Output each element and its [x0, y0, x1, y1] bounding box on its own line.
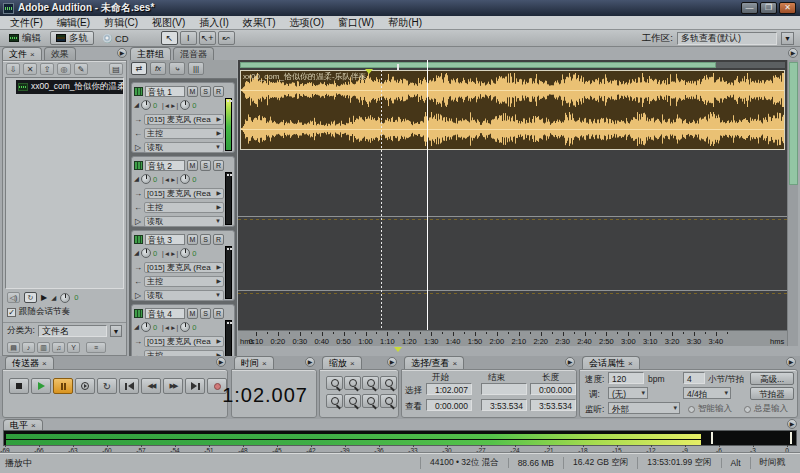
volume-knob[interactable] [141, 248, 151, 258]
selection-panel-menu-button[interactable]: ▶ [565, 357, 575, 367]
view-end-field[interactable]: 3:53.534 [481, 399, 527, 411]
zoom-to-selection[interactable] [380, 376, 397, 390]
zoom-out-horizontal[interactable] [344, 376, 361, 390]
tab-mixer[interactable]: 混音器 [173, 47, 214, 60]
zoom-full[interactable] [362, 376, 379, 390]
playback-cursor[interactable] [427, 60, 428, 330]
levels-panel-menu-button[interactable]: ▶ [787, 419, 797, 429]
solo-button[interactable]: S [200, 160, 211, 171]
vertical-scroll-track[interactable] [787, 60, 798, 346]
full-paths-toggle[interactable]: ≡ [86, 342, 106, 353]
minimize-button[interactable]: — [741, 2, 758, 14]
menu-item-2[interactable]: 剪辑(C) [98, 16, 144, 30]
maximize-button[interactable]: ❐ [760, 2, 777, 14]
eq-icon[interactable]: ||| [188, 62, 204, 75]
ruler-position-marker-icon[interactable] [394, 347, 402, 352]
record-arm-button[interactable]: R [213, 234, 224, 245]
filter-files-toggle[interactable]: Y [67, 342, 80, 353]
transport-panel-menu-button[interactable]: ▶ [216, 357, 226, 367]
mute-button[interactable]: M [187, 160, 198, 171]
track-arm-grid-icon[interactable] [134, 309, 143, 318]
cd-view-button[interactable]: CD [97, 31, 135, 45]
follow-tempo-checkbox[interactable]: ✓ [7, 308, 16, 317]
menu-item-5[interactable]: 效果(T) [237, 16, 282, 30]
selection-length-field[interactable]: 0:00.000 [530, 383, 576, 395]
zoom-out-vertical[interactable] [344, 394, 361, 408]
time-selection-tool[interactable]: I [180, 31, 197, 45]
go-to-start-button[interactable] [119, 378, 139, 394]
menu-item-4[interactable]: 插入(I) [193, 16, 234, 30]
menu-item-7[interactable]: 窗口(W) [332, 16, 380, 30]
pan-knob[interactable] [180, 100, 190, 110]
files-panel-menu-button[interactable]: ▶ [117, 48, 127, 58]
zoom-selection-right[interactable] [380, 394, 397, 408]
volume-knob[interactable] [141, 100, 151, 110]
tab-levels[interactable]: 电平× [3, 419, 43, 430]
output-select[interactable]: 主控▶ [144, 128, 224, 139]
sort-dropdown-arrow-icon[interactable]: ▼ [110, 325, 122, 337]
close-file-icon[interactable]: ✕ [23, 63, 37, 75]
hybrid-pointer-tool[interactable]: ↖ [161, 31, 178, 45]
monitor-select[interactable]: 外部 [608, 402, 680, 414]
sort-by-select[interactable]: 文件名 [38, 325, 107, 337]
file-list[interactable]: xx00_com_恰似你的温柔-乐队 [5, 77, 124, 289]
play-to-end-button[interactable] [75, 378, 95, 394]
sends-icon[interactable]: ⤷ [169, 62, 185, 75]
time-signature-select[interactable]: 4/4拍 [683, 387, 731, 399]
tempo-field[interactable]: 120 [608, 372, 644, 384]
main-panel-menu-button[interactable]: ▶ [788, 48, 798, 58]
volume-knob[interactable] [141, 322, 151, 332]
move-clip-tool[interactable]: ↖+ [199, 31, 216, 45]
mute-button[interactable]: M [187, 86, 198, 97]
track-arm-grid-icon[interactable] [134, 235, 143, 244]
automation-mode-select[interactable]: 读取▼ [144, 142, 224, 153]
show-loop-files-toggle[interactable]: ♪ [22, 342, 35, 353]
solo-button[interactable]: S [200, 308, 211, 319]
advanced-options-toggle-icon[interactable]: ▤ [109, 63, 123, 75]
import-file-icon[interactable]: ⇩ [6, 63, 20, 75]
always-input-radio[interactable]: 总是输入 [744, 403, 788, 415]
effects-rack-icon[interactable]: fx [150, 62, 166, 75]
advanced-button[interactable]: 高级... [750, 372, 794, 385]
session-panel-menu-button[interactable]: ▶ [786, 357, 796, 367]
show-midi-files-toggle[interactable]: ♫ [52, 342, 65, 353]
key-select[interactable]: (无) [608, 387, 648, 399]
track-name-field[interactable]: 音轨 2 [145, 160, 185, 171]
mute-button[interactable]: M [187, 234, 198, 245]
automation-mode-select[interactable]: 读取▼ [144, 216, 224, 227]
pause-button[interactable] [53, 378, 73, 394]
zoom-panel-menu-button[interactable]: ▶ [387, 357, 397, 367]
output-select[interactable]: 主控▶ [144, 202, 224, 213]
menu-item-8[interactable]: 帮助(H) [382, 16, 428, 30]
tab-effects[interactable]: 效果 [44, 47, 76, 60]
selection-start-field[interactable]: 1:02.007 [426, 383, 472, 395]
track-name-field[interactable]: 音轨 1 [145, 86, 185, 97]
multitrack-view-button[interactable]: 多轨 [50, 31, 94, 45]
loop-playback-button[interactable]: ↻ [24, 292, 37, 303]
pan-knob[interactable] [180, 322, 190, 332]
output-select[interactable]: 主控▶ [144, 276, 224, 287]
pan-knob[interactable] [180, 174, 190, 184]
selection-end-field[interactable] [481, 383, 527, 395]
preview-volume-knob[interactable] [60, 293, 70, 303]
inputs-outputs-icon[interactable]: ⇄ [131, 62, 147, 75]
solo-button[interactable]: S [200, 234, 211, 245]
stop-button[interactable] [9, 378, 29, 394]
solo-button[interactable]: S [200, 86, 211, 97]
zoom-in-vertical[interactable] [326, 394, 343, 408]
audio-clip-track1[interactable]: xx00_com_恰似你的温柔-乐队伴奏 [240, 70, 785, 150]
tab-zoom[interactable]: 缩放× [322, 356, 362, 369]
tab-transport[interactable]: 传送器× [5, 356, 54, 369]
input-select[interactable]: [015] 麦克风 (Rea▶ [144, 114, 224, 125]
horizontal-scroll-track[interactable] [240, 62, 785, 68]
time-panel-menu-button[interactable]: ▶ [305, 357, 315, 367]
track-name-field[interactable]: 音轨 4 [145, 308, 185, 319]
rewind-button[interactable]: ◀◀ [141, 378, 161, 394]
workspace-dropdown-arrow-icon[interactable]: ▼ [781, 32, 794, 45]
timeline-ruler[interactable]: hms0:100:200:300:400:501:001:101:201:301… [238, 330, 787, 346]
track-arm-grid-icon[interactable] [134, 87, 143, 96]
vertical-scroll-thumb[interactable] [789, 62, 798, 185]
zoom-in-horizontal[interactable] [326, 376, 343, 390]
multitrack-timeline-area[interactable]: xx00_com_恰似你的温柔-乐队伴奏 [238, 60, 787, 330]
smart-input-radio[interactable]: 智能输入 [688, 403, 732, 415]
